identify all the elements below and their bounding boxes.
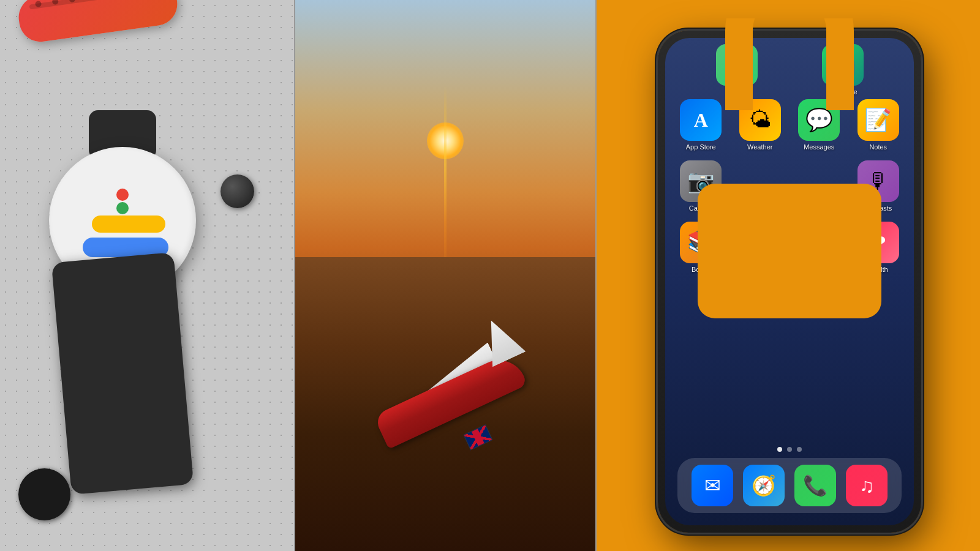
weather-label: Weather [747, 143, 772, 151]
appstore-label: App Store [686, 143, 716, 151]
dock-phone[interactable]: 📞 [794, 465, 836, 506]
app-row-top: 🗺 Maps 📹 FaceTime [677, 44, 902, 96]
notes-icon[interactable]: 📝 [858, 99, 899, 141]
app-icon-weather[interactable]: 🌤 Weather [739, 99, 781, 151]
airplane-body [374, 351, 528, 449]
band-holes [35, 0, 110, 7]
notes-label: Notes [869, 143, 887, 151]
app-icon-camera[interactable]: 📷 Camera [680, 160, 722, 212]
app-icon-news[interactable]: 📰 News [739, 222, 781, 273]
iphone-panel: 🗺 Maps 📹 FaceTime A [597, 0, 980, 551]
maps-label: Maps [728, 88, 745, 96]
news-label: News [752, 266, 769, 273]
watch-crown[interactable] [221, 174, 254, 208]
app-icon-notes[interactable]: 📝 Notes [858, 99, 899, 151]
app-icon-messages[interactable]: 💬 5 Messages [798, 99, 840, 151]
dock-mail[interactable]: ✉ [692, 465, 733, 506]
sun-rays [444, 86, 447, 282]
airplane-flag-marking [463, 424, 492, 450]
app-dock: ✉ 🧭 📞 ♫ [677, 458, 902, 513]
contacts-label: Contacts [806, 266, 832, 273]
camera-icon[interactable]: 📷 [680, 160, 722, 202]
facetime-label: FaceTime [827, 88, 858, 96]
iphone-device: 🗺 Maps 📹 FaceTime A [658, 31, 921, 533]
band-hole [69, 0, 75, 2]
podcasts-icon[interactable]: 🎙 [858, 160, 899, 202]
app-icon-contacts[interactable]: 👤 Contacts [798, 222, 840, 273]
app-icon-facetime[interactable]: 📹 FaceTime [822, 44, 864, 96]
watch-clasp [18, 468, 70, 520]
flight-panel [295, 0, 595, 551]
watch-dot-green [116, 202, 129, 214]
black-watch-band [51, 252, 194, 495]
health-label: Health [869, 266, 888, 273]
books-icon[interactable]: 📚 [680, 222, 722, 263]
dock-safari[interactable]: 🧭 [743, 465, 785, 506]
weather-icon[interactable]: 🌤 [739, 99, 781, 141]
watch-panel [0, 0, 294, 551]
app-icon-maps[interactable]: 🗺 Maps [716, 44, 758, 96]
news-icon[interactable]: 📰 [739, 222, 781, 263]
app-icon-appstore[interactable]: A App Store [680, 99, 722, 151]
dock-music[interactable]: ♫ [846, 465, 888, 506]
books-label: Books [692, 266, 710, 273]
page-dot-1 [777, 447, 782, 452]
messages-icon[interactable]: 💬 5 [798, 99, 840, 141]
app-icon-health[interactable]: ❤ Health [858, 222, 899, 273]
iphone-screen[interactable]: 🗺 Maps 📹 FaceTime A [665, 38, 914, 525]
watch-bar-yellow [92, 216, 165, 233]
camera-label: Camera [689, 204, 713, 212]
facetime-icon[interactable]: 📹 [822, 44, 864, 86]
messages-badge: 5 [832, 96, 843, 107]
app-icon-books[interactable]: 📚 Books [680, 222, 722, 273]
page-indicator [777, 447, 802, 452]
messages-label: Messages [804, 143, 834, 151]
watch-dot-red [116, 189, 129, 201]
page-dot-2 [787, 447, 792, 452]
podcasts-label: Podcasts [864, 204, 892, 212]
app-icon-podcasts[interactable]: 🎙 Podcasts [858, 160, 899, 212]
band-hole [35, 1, 42, 7]
contacts-icon[interactable]: 👤 [798, 222, 840, 263]
page-dot-3 [797, 447, 802, 452]
health-icon[interactable]: ❤ [858, 222, 899, 263]
maps-icon[interactable]: 🗺 [716, 44, 758, 86]
band-hole [52, 0, 59, 5]
appstore-icon[interactable]: A [680, 99, 722, 141]
